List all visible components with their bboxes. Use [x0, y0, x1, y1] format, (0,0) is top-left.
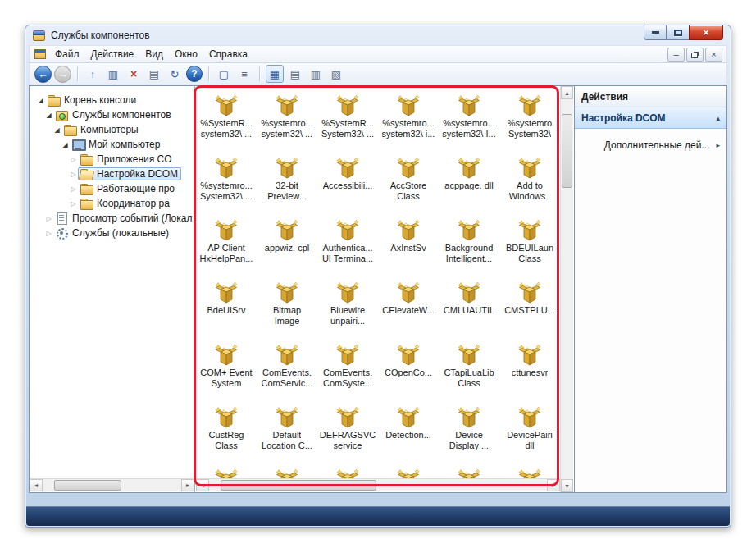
maximize-button[interactable] [667, 25, 689, 40]
show-console-tree-button[interactable]: ▥ [104, 65, 122, 83]
dcom-component-item[interactable]: %systemro... System32\ ... [196, 153, 257, 215]
refresh-button[interactable]: ↻ [166, 65, 184, 83]
dcom-component-item[interactable]: CMSTPLU... [499, 277, 560, 340]
dcom-component-item[interactable]: DEFRAGSVC service [317, 402, 378, 464]
dcom-component-item[interactable]: BdeUISrv [196, 277, 257, 340]
dcom-component-item[interactable]: Accessibili... [317, 153, 378, 215]
expander-icon[interactable]: ◢ [44, 112, 53, 119]
titlebar[interactable]: Службы компонентов × [25, 25, 731, 45]
view-small-icons-button[interactable]: ▤ [286, 65, 304, 83]
menu-view[interactable]: Вид [139, 47, 169, 62]
help-button[interactable]: ? [186, 66, 203, 82]
dcom-component-item[interactable]: acppage. dll [439, 153, 499, 215]
menu-action[interactable]: Действие [85, 47, 140, 62]
tree-item[interactable]: ◢ Корень консоли [30, 93, 194, 107]
dcom-component-item[interactable]: %systemro... system32\ i... [378, 90, 439, 153]
actions-more-actions[interactable]: Дополнительные дей... ▸ [575, 135, 726, 155]
list-scroll-up-button[interactable]: ▴ [561, 86, 573, 99]
dcom-component-item[interactable]: appwiz. cpl [257, 215, 317, 277]
list-scrollbar-track[interactable] [209, 479, 547, 491]
expander-icon[interactable]: ▷ [69, 185, 78, 193]
export-list-button[interactable]: ≡ [235, 65, 253, 83]
tree-item[interactable]: ▷ Работающие про [30, 181, 194, 196]
dcom-component-item[interactable]: Bitmap Image [257, 277, 317, 340]
dcom-component-item[interactable]: Default Location C... [257, 402, 317, 464]
list-horizontal-scrollbar[interactable]: ◂ ▸ [196, 478, 560, 491]
list-vertical-scrollbar[interactable]: ▴ ▾ [560, 86, 573, 492]
list-vscrollbar-thumb[interactable] [562, 114, 572, 188]
tree-item[interactable]: ▷ Координатор ра [30, 196, 194, 211]
list-scroll-down-button[interactable]: ▾ [561, 479, 573, 492]
dcom-component-item[interactable]: %SystemR... system32\ ... [196, 90, 257, 153]
dcom-component-item[interactable]: CTapiLuaLib Class [439, 340, 499, 402]
mdi-minimize-button[interactable]: – [667, 48, 685, 62]
view-large-icons-button[interactable]: ▦ [266, 65, 284, 83]
tree-item[interactable]: ◢ Службы компонентов [30, 107, 194, 122]
expander-icon[interactable]: ▷ [44, 230, 53, 237]
expander-icon[interactable]: ◢ [36, 97, 45, 104]
menu-help[interactable]: Справка [203, 47, 253, 62]
list-scroll-left-button[interactable]: ◂ [196, 479, 209, 491]
dcom-component-item[interactable]: AccStore Class [378, 153, 439, 215]
expander-icon[interactable]: ◢ [61, 141, 70, 148]
dcom-component-item[interactable]: BDEUILaun Class [499, 215, 560, 277]
dcom-component-item[interactable]: 32-bit Preview... [257, 153, 317, 215]
view-details-button[interactable]: ▧ [327, 65, 345, 83]
dcom-component-item[interactable]: ComEvents. ComSyste... [317, 340, 378, 402]
expander-icon[interactable]: ◢ [52, 126, 61, 134]
up-one-level-button[interactable]: ↑ [84, 65, 102, 83]
tree-item[interactable]: ▷ Службы (локальные) [30, 226, 194, 240]
list-scroll-right-button[interactable]: ▸ [547, 479, 560, 491]
dcom-component-item[interactable]: AP Client HxHelpPan... [196, 215, 257, 277]
menu-file[interactable]: Файл [49, 47, 85, 62]
new-window-button[interactable]: ▢ [215, 65, 233, 83]
view-list-button[interactable]: ▥ [307, 65, 325, 83]
tree-item[interactable]: ◢ Мой компьютер [30, 137, 194, 152]
dcom-component-item[interactable]: ComEvents. ComServic... [257, 340, 317, 402]
dcom-component-item[interactable]: %SystemR... System32\ ... [317, 90, 378, 153]
menu-window[interactable]: Окно [169, 47, 203, 62]
dcom-component-item[interactable]: Device Display ... [439, 402, 499, 464]
forward-button[interactable]: → [54, 66, 71, 83]
close-button[interactable]: × [689, 25, 723, 40]
dcom-component-item[interactable]: Bluewire unpairi... [317, 277, 378, 340]
dcom-component-item[interactable]: CElevateW... [378, 277, 439, 340]
tree-item[interactable]: ▷ Приложения CO [30, 152, 194, 167]
properties-button[interactable]: ▤ [145, 65, 163, 83]
tree-scroll-right-button[interactable]: ▸ [181, 479, 194, 491]
expander-icon[interactable]: ▷ [44, 215, 53, 222]
tree-item[interactable]: ▷ Просмотр событий (Локал [30, 211, 194, 226]
collapse-group-icon[interactable]: ▴ [716, 114, 720, 122]
dcom-component-item[interactable]: AxInstSv [378, 215, 439, 277]
dcom-component-item[interactable]: Add to Windows . [499, 153, 560, 215]
dcom-component-item[interactable]: Detection... [378, 402, 439, 464]
dcom-component-item[interactable]: Background Intelligent... [439, 215, 499, 277]
tree-scroll-left-button[interactable]: ◂ [30, 479, 43, 491]
tree-scrollbar-track[interactable] [43, 479, 181, 491]
expander-icon[interactable]: ▷ [69, 200, 78, 208]
tree-scrollbar-thumb[interactable] [54, 480, 121, 491]
expander-icon[interactable]: ▷ [69, 171, 78, 178]
dcom-component-item[interactable]: CMLUAUTIL [439, 277, 499, 340]
dcom-component-item[interactable]: cttunesvr [499, 340, 560, 402]
dcom-component-item[interactable]: %systemro System32\ [499, 90, 560, 153]
dcom-component-item[interactable]: Authentica... UI Termina... [317, 215, 378, 277]
mdi-restore-button[interactable] [686, 48, 704, 62]
dcom-component-item[interactable]: %systemro... system32\ ... [257, 90, 317, 153]
dcom-component-item[interactable]: COpenCo... [378, 340, 439, 402]
tree-item[interactable]: ▷ Настройка DCOM [30, 167, 194, 181]
dcom-component-item[interactable]: COM+ Event System [196, 340, 257, 402]
mdi-close-button[interactable]: × [705, 48, 722, 62]
list-vscrollbar-track[interactable] [561, 99, 573, 479]
dcom-component-item[interactable]: CustReg Class [196, 402, 257, 464]
tree-horizontal-scrollbar[interactable]: ◂ ▸ [30, 478, 194, 491]
dcom-component-item[interactable]: DevicePairi dll [499, 402, 560, 464]
expand-submenu-icon[interactable]: ▸ [716, 141, 720, 149]
list-scrollbar-thumb[interactable] [221, 480, 376, 491]
back-button[interactable]: ← [34, 66, 52, 83]
actions-group-dcom[interactable]: Настройка DCOM ▴ [575, 107, 726, 129]
tree-item[interactable]: ◢ Компьютеры [30, 122, 194, 137]
dcom-component-item[interactable]: %systemro... system32\ I... [439, 90, 499, 153]
minimize-button[interactable] [644, 25, 667, 40]
delete-button[interactable]: × [125, 65, 143, 83]
